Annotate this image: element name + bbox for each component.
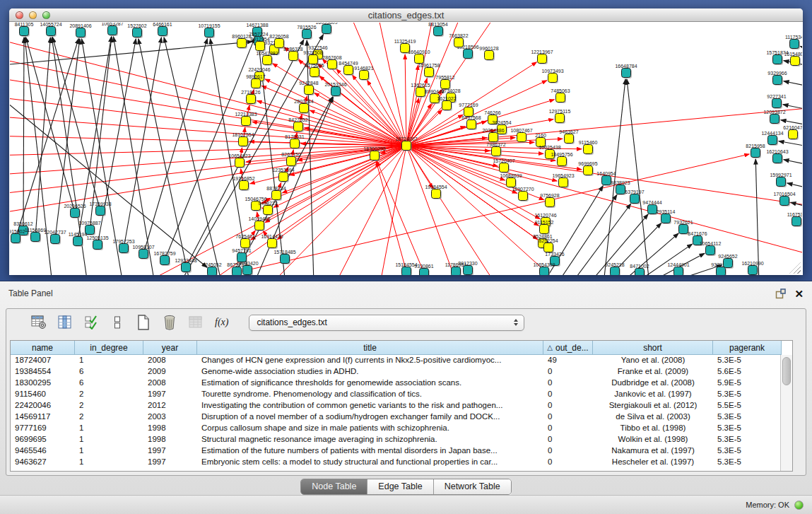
- table-row[interactable]: 911546021997Tourette syndrome. Phenomeno…: [11, 389, 792, 400]
- graph-node[interactable]: 12505135: [86, 235, 108, 251]
- graph-node[interactable]: 9960128: [479, 46, 498, 62]
- table-row[interactable]: 946362711997Embryonic stem cells: a mode…: [11, 457, 792, 468]
- graph-node[interactable]: 2935114: [657, 209, 676, 225]
- graph-node[interactable]: 1117534: [785, 35, 802, 50]
- node-label: 1640954: [596, 171, 616, 176]
- column-header-out_degree[interactable]: △out_de...: [543, 341, 593, 355]
- graph-node[interactable]: 1145194: [69, 232, 88, 247]
- graph-node[interactable]: 7986372: [486, 142, 505, 158]
- graph-node[interactable]: 9329966: [767, 71, 787, 86]
- graph-node[interactable]: 9242848: [299, 81, 318, 96]
- graph-node[interactable]: 14039488: [248, 216, 270, 232]
- graph-node[interactable]: 16210643: [766, 149, 788, 165]
- table-selector-dropdown[interactable]: citations_edges.txt: [249, 315, 524, 331]
- graph-node[interactable]: 7485063: [551, 88, 570, 104]
- column-visibility-icon[interactable]: [57, 315, 73, 330]
- graph-node[interactable]: 17359938: [89, 201, 111, 217]
- graph-node[interactable]: 3915902: [10, 229, 25, 245]
- table-row[interactable]: 2242004622012Investigating the contribut…: [11, 400, 792, 411]
- column-header-title[interactable]: title: [197, 341, 543, 355]
- graph-node[interactable]: 19384554: [425, 185, 447, 200]
- graph-node[interactable]: 6216047: [783, 125, 802, 141]
- column-header-name[interactable]: name: [11, 341, 75, 355]
- graph-node[interactable]: 9463627: [559, 129, 578, 145]
- graph-node[interactable]: 9330861: [414, 264, 433, 276]
- graph-node[interactable]: 12213967: [531, 49, 553, 65]
- graph-node[interactable]: 1621022: [437, 96, 456, 112]
- function-builder-icon[interactable]: f(x): [215, 317, 228, 328]
- graph-node[interactable]: 6379197: [625, 189, 644, 205]
- close-panel-icon[interactable]: ✕: [794, 288, 804, 299]
- table-row[interactable]: 1872400712008Changes of HCN gene express…: [11, 355, 792, 366]
- graph-node[interactable]: 8215958: [746, 144, 765, 159]
- column-header-year[interactable]: year: [143, 341, 197, 355]
- graph-node[interactable]: 7815526: [297, 25, 316, 40]
- column-header-pagerank[interactable]: pagerank: [713, 341, 782, 355]
- graph-node[interactable]: 18907270: [512, 187, 534, 202]
- graph-node[interactable]: 16782759: [153, 251, 175, 267]
- graph-node[interactable]: 2718126: [241, 90, 260, 105]
- graph-edge: [406, 146, 540, 219]
- table-row[interactable]: 946554611997Estimation of the future num…: [11, 445, 792, 457]
- graph-node[interactable]: 7625402: [235, 234, 254, 250]
- graph-node[interactable]: 16648784: [615, 64, 637, 79]
- vertical-scrollbar[interactable]: [780, 355, 792, 471]
- graph-node[interactable]: 12444901: [667, 262, 689, 276]
- graph-node[interactable]: 1167531: [787, 212, 802, 228]
- table-mode-icon[interactable]: [30, 315, 47, 330]
- graph-node[interactable]: 17016504: [773, 192, 795, 207]
- table-row[interactable]: 1938455462009Genome-wide association stu…: [11, 366, 792, 378]
- graph-node[interactable]: 17957253: [112, 239, 134, 255]
- graph-node[interactable]: 14055724: [40, 23, 61, 37]
- graph-node[interactable]: 10653287: [101, 23, 123, 36]
- scrollbar-thumb[interactable]: [782, 357, 791, 385]
- graph-node[interactable]: 8960128: [232, 34, 251, 49]
- graph-node[interactable]: 12093872: [763, 110, 785, 125]
- graph-node[interactable]: 10958107: [132, 245, 154, 260]
- graph-node[interactable]: 16033809: [315, 23, 337, 35]
- graph-node[interactable]: 9227341: [767, 94, 786, 110]
- tab-node-table[interactable]: Node Table: [301, 479, 367, 494]
- graph-node[interactable]: 9146821: [354, 66, 373, 81]
- graph-node[interactable]: 1527602: [127, 23, 146, 39]
- graph-node[interactable]: 8170031: [285, 134, 304, 150]
- graph-node[interactable]: 20891406: [69, 23, 91, 39]
- graph-node[interactable]: 20364486: [482, 128, 504, 144]
- graph-node[interactable]: 12975115: [549, 109, 571, 124]
- column-header-in_degree[interactable]: in_degree: [75, 341, 143, 355]
- graph-node[interactable]: 16154808: [784, 52, 802, 67]
- graph-node[interactable]: 16914479: [261, 234, 283, 250]
- delete-icon[interactable]: [161, 315, 178, 330]
- float-window-icon[interactable]: [775, 288, 786, 299]
- graph-node[interactable]: 8411305: [15, 23, 34, 37]
- new-file-icon[interactable]: [135, 315, 152, 330]
- table-row[interactable]: 969969511998Structural magnetic resonanc…: [11, 434, 792, 445]
- graph-node[interactable]: 10719155: [198, 23, 220, 39]
- graph-node[interactable]: 9245218: [605, 262, 624, 276]
- graph-node[interactable]: 9115152: [535, 220, 554, 235]
- table-panel: Table Panel ✕: [0, 281, 812, 514]
- graph-node[interactable]: 9245052: [202, 262, 221, 276]
- cell-title: Genome-wide association studies in ADHD.: [197, 366, 543, 378]
- graph-node[interactable]: 8186328: [283, 47, 302, 62]
- table-row[interactable]: 1830029562008Estimation of significance …: [11, 378, 792, 389]
- row-height-icon[interactable]: [109, 315, 126, 330]
- graph-node[interactable]: 12213383: [235, 112, 257, 127]
- table-row[interactable]: 977716911998Corpus callosum shape and si…: [11, 423, 792, 434]
- graph-node[interactable]: 15992971: [770, 173, 792, 188]
- graph-node[interactable]: 16210990: [741, 261, 763, 276]
- graph-node[interactable]: 8813054: [428, 23, 447, 37]
- edit-columns-icon[interactable]: [83, 315, 100, 330]
- graph-node[interactable]: 10543382: [256, 51, 278, 66]
- graph-node[interactable]: 9756928: [540, 193, 559, 209]
- column-header-short[interactable]: short: [593, 341, 713, 355]
- network-view[interactable]: 1872400784113051405572420891406106532871…: [10, 23, 802, 275]
- tab-network-table[interactable]: Network Table: [434, 479, 511, 494]
- graph-node[interactable]: 6466161: [153, 23, 172, 37]
- tab-edge-table[interactable]: Edge Table: [367, 479, 433, 494]
- table-row[interactable]: 1456911722003Disruption of a novel membe…: [11, 411, 792, 423]
- window-titlebar[interactable]: citations_edges.txt: [9, 8, 803, 22]
- graph-node[interactable]: 9115460: [579, 140, 598, 156]
- import-table-icon[interactable]: [187, 315, 204, 330]
- graph-node[interactable]: 18107554: [232, 132, 254, 148]
